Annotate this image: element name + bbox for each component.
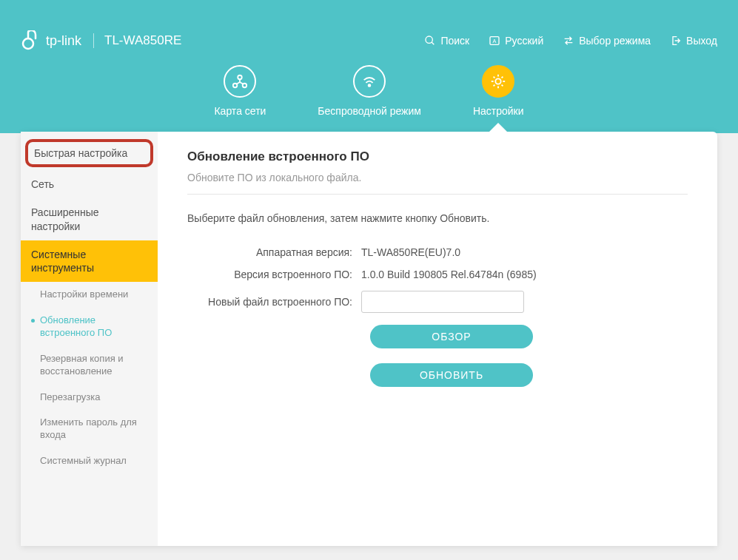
search-label: Поиск: [440, 35, 469, 47]
fw-version-value: 1.0.0 Build 190805 Rel.64784n (6985): [361, 269, 537, 280]
search-icon: [424, 35, 436, 47]
sidebar-item-label: Быстрая настройка: [34, 147, 127, 159]
sidebar-item-label: Изменить пароль для входа: [40, 416, 137, 440]
logout-label: Выход: [686, 35, 717, 47]
page-title: Обновление встроенного ПО: [187, 149, 688, 164]
svg-point-12: [496, 78, 501, 84]
browse-button[interactable]: ОБЗОР: [370, 325, 533, 348]
sidebar-item-quick-setup[interactable]: Быстрая настройка: [25, 139, 153, 167]
sidebar-item-label: Обновление встроенного ПО: [40, 314, 112, 338]
mode-label: Выбор режима: [579, 35, 651, 47]
wifi-icon: [353, 65, 386, 98]
model-label: TL-WA850RE: [93, 33, 181, 48]
logo: tp-link: [21, 30, 81, 51]
tab-label: Беспроводной режим: [318, 105, 421, 117]
search-action[interactable]: Поиск: [424, 35, 469, 47]
svg-line-2: [432, 42, 434, 44]
sidebar-item-system-tools[interactable]: Системные инструменты: [21, 240, 158, 282]
svg-line-9: [237, 82, 241, 84]
svg-point-11: [369, 84, 371, 87]
sidebar-item-label: Системные инструменты: [31, 249, 94, 274]
hw-version-label: Аппаратная версия:: [187, 246, 361, 258]
sidebar-item-label: Резервная копия и восстановление: [40, 353, 124, 377]
sidebar-item-network[interactable]: Сеть: [21, 170, 158, 198]
brand-text: tp-link: [46, 33, 81, 49]
sidebar-sub-password[interactable]: Изменить пароль для входа: [21, 410, 158, 448]
tab-settings[interactable]: Настройки: [473, 65, 524, 117]
sidebar-sub-backup[interactable]: Резервная копия и восстановление: [21, 346, 158, 385]
sidebar-sub-firmware[interactable]: Обновление встроенного ПО: [21, 308, 158, 346]
tab-label: Настройки: [473, 105, 524, 117]
svg-point-5: [238, 75, 243, 80]
sidebar-sub-reboot[interactable]: Перезагрузка: [21, 385, 158, 411]
hw-version-value: TL-WA850RE(EU)7.0: [361, 246, 460, 258]
svg-line-10: [240, 82, 244, 84]
sidebar: Быстрая настройка Сеть Расширенные настр…: [21, 132, 158, 546]
logo-icon: [21, 30, 41, 51]
language-icon: A: [489, 35, 500, 47]
gear-icon: [482, 65, 514, 98]
language-label: Русский: [505, 35, 543, 47]
svg-text:A: A: [493, 38, 497, 44]
svg-point-0: [23, 38, 33, 49]
svg-point-1: [426, 36, 432, 43]
instruction-text: Выберите файл обновления, затем нажмите …: [187, 212, 688, 224]
sidebar-item-label: Расширенные настройки: [31, 206, 99, 232]
fw-version-label: Версия встроенного ПО:: [187, 269, 361, 280]
firmware-file-input[interactable]: [361, 291, 524, 313]
sidebar-item-advanced[interactable]: Расширенные настройки: [21, 198, 158, 240]
sidebar-item-label: Перезагрузка: [40, 391, 100, 402]
logout-action[interactable]: Выход: [670, 35, 717, 47]
network-map-icon: [224, 65, 256, 98]
firmware-file-label: Новый файл встроенного ПО:: [187, 296, 361, 308]
tab-label: Карта сети: [214, 105, 266, 117]
update-button[interactable]: ОБНОВИТЬ: [370, 363, 533, 387]
logout-icon: [670, 35, 682, 47]
sidebar-item-label: Сеть: [31, 178, 54, 190]
content-area: Обновление встроенного ПО Обновите ПО из…: [158, 132, 717, 546]
language-action[interactable]: A Русский: [489, 35, 543, 47]
brand: tp-link TL-WA850RE: [21, 30, 181, 51]
page-subtitle: Обновите ПО из локального файла.: [187, 172, 688, 195]
sidebar-item-label: Системный журнал: [40, 455, 127, 466]
sidebar-sub-syslog[interactable]: Системный журнал: [21, 448, 158, 474]
tab-network-map[interactable]: Карта сети: [214, 65, 266, 117]
sidebar-sub-time[interactable]: Настройки времени: [21, 282, 158, 308]
sidebar-item-label: Настройки времени: [40, 289, 128, 300]
mode-action[interactable]: Выбор режима: [563, 35, 651, 47]
tab-wireless[interactable]: Беспроводной режим: [318, 65, 421, 117]
swap-icon: [563, 35, 574, 47]
